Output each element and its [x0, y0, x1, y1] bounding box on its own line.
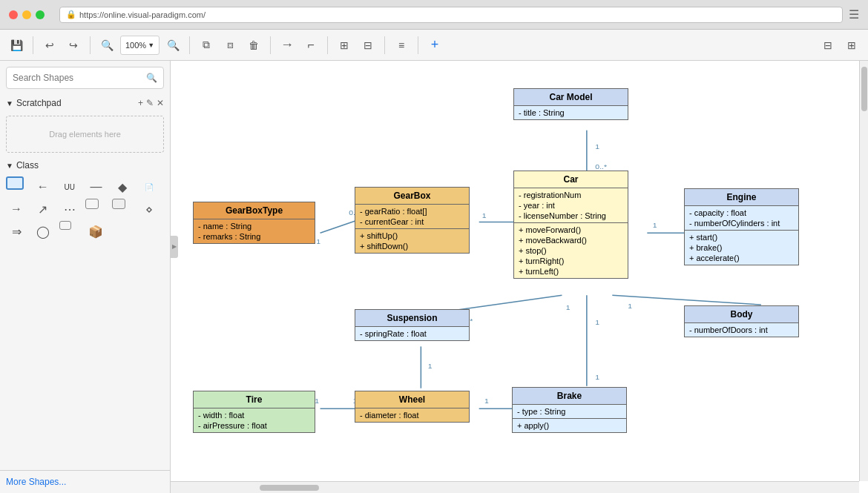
canvas-area[interactable]: 1 0..* 1 1 1 1 0..* 1 1 1..* 1 1 1 — [171, 61, 868, 493]
panel-toggle-button[interactable]: ⊞ — [841, 35, 862, 56]
gearbox-method-1: + shiftUp() — [360, 231, 464, 241]
align-button[interactable]: ≡ — [391, 35, 412, 56]
scratchpad-add-button[interactable]: + — [138, 98, 143, 108]
scratchpad-close-button[interactable]: ✕ — [157, 98, 164, 108]
gearboxtype-attr-2: - remarks : String — [198, 231, 310, 242]
shape-text[interactable]: UU — [59, 176, 80, 197]
more-shapes-link[interactable]: More Shapes... — [6, 477, 66, 487]
save-button[interactable]: 💾 — [6, 35, 27, 56]
brake-header: Brake — [513, 388, 626, 405]
suspension-attrs: - springRate : float — [355, 327, 469, 340]
scratchpad-edit-button[interactable]: ✎ — [146, 98, 154, 108]
gearboxtype-header: GearBoxType — [194, 202, 315, 219]
sidebar-resize-handle[interactable]: ▶ — [171, 236, 178, 258]
v-scrollbar-thumb[interactable] — [861, 67, 867, 111]
body-attrs: - numberOfDoors : int — [685, 323, 798, 337]
tire-header: Tire — [194, 391, 315, 408]
uml-class-car[interactable]: Car - registrationNum - year : int - lic… — [513, 171, 628, 279]
view-toggle-button[interactable]: ⊟ — [818, 35, 838, 56]
car-attr-1: - registrationNum — [519, 190, 623, 200]
add-button[interactable]: + — [424, 35, 445, 56]
search-input[interactable] — [13, 73, 146, 83]
uml-class-brake[interactable]: Brake - type : String + apply() — [512, 387, 627, 433]
shape-rect3[interactable] — [112, 199, 125, 209]
svg-text:1: 1 — [316, 237, 320, 245]
sidebar: 🔍 ▼ Scratchpad + ✎ ✕ Drag elements here … — [0, 61, 171, 493]
arrange-button[interactable]: ⊟ — [358, 35, 378, 56]
url-icon: 🔒 — [66, 10, 76, 19]
uml-class-wheel[interactable]: Wheel - diameter : float — [355, 391, 470, 423]
car-model-header: Car Model — [514, 89, 628, 106]
toolbar: 💾 ↩ ↪ 🔍 100% ▼ 🔍 ⧉ ⧈ 🗑 → ⌐ ⊞ ⊟ ≡ + ⊟ ⊞ — [0, 30, 868, 61]
shape-note[interactable]: 📄 — [139, 176, 160, 197]
shape-arrow-diagonal[interactable]: ↗ — [33, 199, 53, 219]
engine-method-2: + brake() — [689, 242, 794, 253]
hamburger-menu[interactable]: ☰ — [849, 7, 859, 21]
shape-arrow-left[interactable]: ← — [33, 176, 53, 197]
redo-button[interactable]: ↪ — [63, 35, 84, 56]
paste-button[interactable]: ⧈ — [220, 35, 240, 56]
engine-attrs: - capacity : float - numberOfCylinders :… — [685, 206, 798, 230]
format-button[interactable]: ⊞ — [334, 35, 355, 56]
h-scrollbar-thumb[interactable] — [260, 485, 319, 491]
uml-class-gearboxtype[interactable]: GearBoxType - name : String - remarks : … — [193, 202, 315, 244]
uml-class-engine[interactable]: Engine - capacity : float - numberOfCyli… — [684, 188, 799, 265]
uml-class-gearbox[interactable]: GearBox - gearRatio : float[] - currentG… — [355, 187, 470, 254]
search-box[interactable]: 🔍 — [6, 67, 164, 89]
car-header: Car — [514, 171, 628, 188]
svg-text:1: 1 — [653, 222, 657, 230]
uml-class-tire[interactable]: Tire - width : float - airPressure : flo… — [193, 391, 315, 433]
shape-arrow-right2[interactable]: ⇒ — [6, 221, 27, 242]
shape-diamond[interactable]: ◆ — [112, 176, 133, 197]
url-bar[interactable]: 🔒 https://online.visual-paradigm.com/ — [59, 7, 843, 23]
brake-methods: + apply() — [513, 418, 626, 432]
svg-line-15 — [612, 295, 761, 305]
car-attr-2: - year : int — [519, 200, 623, 211]
minimize-button[interactable] — [22, 10, 31, 19]
shape-rect[interactable] — [6, 176, 24, 190]
body-header: Body — [685, 306, 798, 323]
arrow-connector-button[interactable]: → — [277, 35, 297, 56]
shape-dots[interactable]: ⋯ — [59, 199, 80, 219]
brake-method-1: + apply() — [517, 420, 622, 431]
shape-rect2[interactable] — [85, 199, 99, 209]
v-scrollbar[interactable] — [859, 61, 868, 481]
shape-line[interactable]: — — [85, 176, 106, 197]
h-scrollbar[interactable] — [171, 481, 859, 493]
undo-button[interactable]: ↩ — [39, 35, 60, 56]
svg-line-12 — [457, 295, 562, 310]
close-button[interactable] — [9, 10, 18, 19]
uml-class-suspension[interactable]: Suspension - springRate : float — [355, 309, 470, 341]
car-model-body: - title : String — [514, 106, 628, 119]
car-attr-3: - licenseNumber : String — [519, 211, 623, 221]
elbow-connector-button[interactable]: ⌐ — [300, 35, 321, 56]
zoom-level[interactable]: 100% ▼ — [120, 36, 160, 55]
svg-text:1: 1 — [628, 302, 632, 310]
window-controls — [9, 10, 45, 19]
shape-grid: ← UU — ◆ 📄 → ↗ ⋯ ⋄ ⇒ ◯ 📦 — [0, 173, 170, 245]
svg-text:1: 1 — [484, 397, 489, 406]
suspension-attr-1: - springRate : float — [360, 328, 464, 339]
shape-package[interactable]: 📦 — [85, 221, 106, 242]
zoom-out-button[interactable]: 🔍 — [96, 35, 117, 56]
zoom-in-button[interactable]: 🔍 — [162, 35, 183, 56]
brake-attr-1: - type : String — [517, 406, 622, 417]
maximize-button[interactable] — [36, 10, 45, 19]
engine-methods: + start() + brake() + accelerate() — [685, 230, 798, 265]
car-attrs: - registrationNum - year : int - license… — [514, 188, 628, 222]
uml-class-car-model[interactable]: Car Model - title : String — [513, 88, 628, 120]
uml-class-body[interactable]: Body - numberOfDoors : int — [684, 305, 799, 337]
drag-hint-text: Drag elements here — [49, 130, 121, 139]
svg-text:1: 1 — [595, 142, 599, 150]
shape-ellipse[interactable]: ◯ — [33, 221, 53, 242]
shape-dashed[interactable]: ⋄ — [139, 199, 160, 219]
scratchpad-actions: + ✎ ✕ — [138, 98, 164, 108]
class-header: ▼ Class — [0, 157, 170, 173]
copy-button[interactable]: ⧉ — [196, 35, 217, 56]
shape-small-rect[interactable] — [59, 221, 71, 230]
delete-button[interactable]: 🗑 — [243, 35, 264, 56]
body-attr-1: - numberOfDoors : int — [689, 325, 794, 335]
engine-method-1: + start() — [689, 232, 794, 242]
shape-arrow-right[interactable]: → — [6, 199, 27, 219]
brake-attrs: - type : String — [513, 405, 626, 418]
